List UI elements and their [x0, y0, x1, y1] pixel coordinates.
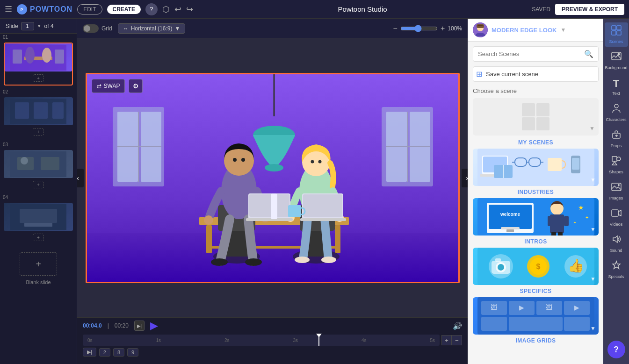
canvas-nav-left[interactable]: ‹ [77, 169, 84, 187]
topbar: ☰ P POWTOON EDIT CREATE ? ⬡ ↩ ↪ Powtoon … [0, 0, 629, 19]
slide-number-input[interactable] [21, 22, 34, 30]
image-grids-chevron[interactable]: ▼ [590, 325, 596, 332]
add-after-slide-03[interactable]: + [33, 181, 44, 188]
search-input[interactable] [478, 50, 581, 57]
menu-icon[interactable]: ☰ [5, 4, 12, 14]
add-after-slide-04[interactable]: + [33, 234, 44, 241]
add-after-slide-01[interactable]: + [33, 74, 44, 82]
share-button[interactable]: ⬡ [162, 4, 170, 14]
svg-rect-9 [15, 102, 29, 119]
sidebar-item-props[interactable]: Props [605, 127, 628, 151]
slide-03-thumb[interactable]: + [4, 150, 73, 191]
zoom-slider[interactable] [400, 25, 438, 32]
image-grids-thumbnail[interactable]: 🖼 ▶ 🖼 ▶ ▼ [473, 297, 599, 335]
my-scenes-cell-4 [536, 117, 549, 130]
play-frame-button[interactable]: ▶| [134, 321, 145, 331]
preview-export-button[interactable]: PREVIEW & EXPORT [555, 4, 624, 15]
svg-rect-142 [612, 210, 618, 216]
grid-toggle[interactable]: Grid [83, 24, 112, 33]
orientation-button[interactable]: ↔ Horizontal (16:9) ▼ [118, 23, 186, 34]
volume-button[interactable]: 🔊 [453, 321, 462, 330]
svg-rect-14 [41, 157, 59, 170]
canvas-nav-right[interactable]: › [462, 169, 468, 187]
svg-rect-131 [617, 31, 621, 35]
svg-rect-110 [495, 258, 501, 262]
sidebar-item-shapes[interactable]: Shapes [605, 153, 628, 177]
text-icon: T [613, 78, 619, 90]
scene-svg [87, 74, 460, 283]
timeline-btn-8[interactable]: 8 [113, 348, 124, 357]
logo: P POWTOON [17, 4, 72, 14]
sidebar-item-sound[interactable]: Sound [605, 231, 628, 256]
timeline-btn-frame[interactable]: ▶| [83, 348, 96, 357]
sidebar-item-images[interactable]: Images [605, 179, 628, 203]
scenes-panel: 🔍 ⊞ Save current scene Choose a scene ▼ … [468, 42, 603, 364]
my-scenes-chevron[interactable]: ▼ [589, 125, 595, 132]
edit-button[interactable]: EDIT [77, 4, 102, 14]
slide-number-chevron[interactable]: ▼ [37, 23, 42, 29]
svg-point-50 [233, 158, 237, 162]
svg-rect-17 [20, 209, 57, 223]
slide-01-thumb[interactable]: + [4, 43, 73, 86]
svg-text:✦: ✦ [573, 221, 577, 225]
sidebar-item-background[interactable]: Background [605, 49, 628, 73]
canvas-toolbar: Grid ↔ Horizontal (16:9) ▼ − + 100% [77, 19, 468, 38]
intros-chevron[interactable]: ▼ [590, 226, 596, 233]
swap-label: SWAP [104, 83, 120, 89]
zoom-minus-button[interactable]: − [393, 24, 398, 33]
industries-thumbnail[interactable]: ▼ [473, 149, 599, 186]
timeline-zoom-in[interactable]: + [441, 335, 452, 345]
sidebar-item-videos[interactable]: Videos [605, 205, 628, 229]
settings-button[interactable]: ⚙ [129, 79, 143, 93]
add-after-slide-02[interactable]: + [33, 128, 44, 136]
swap-button[interactable]: ⇄ SWAP [92, 79, 125, 93]
svg-point-58 [311, 160, 314, 163]
svg-rect-71 [288, 205, 301, 217]
redo-button[interactable]: ↪ [186, 4, 193, 14]
sidebar-item-specials[interactable]: Specials [605, 257, 628, 282]
timeline-zoom-out[interactable]: − [452, 335, 462, 345]
help-button[interactable]: ? [145, 3, 158, 15]
workspace: Grid ↔ Horizontal (16:9) ▼ − + 100% ‹ [77, 19, 468, 364]
sidebar-item-scenes[interactable]: Scenes [605, 22, 628, 47]
profile-chevron[interactable]: ▼ [560, 27, 566, 33]
blank-slide-label: Blank slide [24, 278, 52, 287]
play-button[interactable]: ▶ [150, 320, 158, 332]
search-icon[interactable]: 🔍 [584, 50, 593, 58]
sidebar-help-button[interactable]: ? [607, 341, 625, 358]
specifics-thumbnail[interactable]: $ 👍 ▼ [473, 248, 599, 285]
intros-thumbnail[interactable]: welcome ★ ✦ [473, 198, 599, 236]
save-scene-row[interactable]: ⊞ Save current scene [473, 66, 599, 82]
left-panel: Slide ▼ of 4 01 [0, 19, 77, 364]
svg-rect-130 [612, 31, 616, 35]
slide-04-row: 04 + [0, 194, 77, 246]
timeline-btn-2[interactable]: 2 [99, 348, 110, 357]
zoom-plus-button[interactable]: + [441, 24, 445, 33]
timeline-btn-9[interactable]: 9 [127, 348, 138, 357]
save-scene-icon: ⊞ [476, 70, 482, 79]
orientation-icon: ↔ [123, 25, 129, 32]
my-scenes-cell-2 [536, 103, 549, 116]
ruler-track[interactable]: 0s 1s 2s 3s 4s 5s [83, 335, 440, 346]
save-scene-label: Save current scene [486, 71, 538, 78]
svg-point-51 [241, 158, 245, 162]
grid-toggle-track[interactable] [83, 24, 99, 33]
specifics-chevron[interactable]: ▼ [590, 276, 596, 282]
sidebar-item-characters[interactable]: Characters [605, 100, 628, 125]
industries-chevron[interactable]: ▼ [590, 177, 596, 183]
characters-label: Characters [606, 117, 627, 122]
svg-text:P: P [20, 7, 23, 12]
current-time: 00:04.0 [83, 322, 102, 329]
help-icon: ? [614, 345, 619, 355]
sidebar-item-text[interactable]: T Text [605, 75, 628, 99]
svg-point-63 [321, 257, 336, 263]
orientation-chevron: ▼ [174, 25, 180, 32]
undo-button[interactable]: ↩ [174, 4, 181, 14]
create-button[interactable]: CREATE [107, 5, 141, 14]
slide-02-thumb[interactable]: + [4, 97, 73, 138]
blank-slide-button[interactable]: + [20, 252, 57, 276]
slide-of-label: of 4 [44, 23, 54, 29]
svg-rect-65 [249, 194, 289, 217]
slide-04-thumb[interactable]: + [4, 203, 73, 244]
timeline-ruler: 0s 1s 2s 3s 4s 5s + − [77, 334, 468, 347]
